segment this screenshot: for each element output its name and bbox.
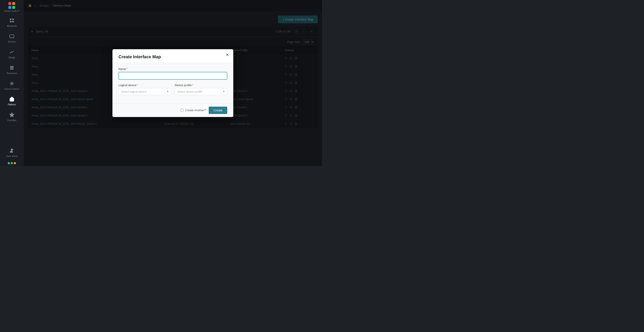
blueprints-icon — [9, 18, 15, 24]
status-dot-2 — [11, 162, 13, 164]
name-input[interactable] — [118, 72, 227, 80]
modal-body: Name* Logical device* Select logical dev… — [112, 63, 233, 104]
create-interface-map-modal: Create Interface Map ✕ Name* Logical dev… — [112, 49, 233, 117]
sidebar-item-blueprints[interactable]: Blueprints — [0, 14, 24, 30]
external-systems-icon — [9, 80, 15, 86]
status-dot-3 — [14, 162, 16, 164]
sidebar-item-resources[interactable]: Resources — [0, 62, 24, 78]
device-profile-required-star: * — [192, 84, 193, 87]
sidebar-item-platform[interactable]: Platform — [0, 93, 24, 109]
svg-marker-11 — [10, 113, 14, 117]
user-icon — [9, 148, 15, 154]
device-fields-row: Logical device* Select logical device ▼ … — [118, 84, 227, 99]
device-profile-select-wrapper: Select device profile ▼ — [174, 88, 227, 95]
svg-rect-9 — [10, 69, 14, 70]
sidebar-item-external-systems[interactable]: External Systems — [0, 78, 24, 93]
create-another-checkbox-wrap: Create Another? — [181, 108, 206, 112]
device-profile-select[interactable]: Select device profile — [174, 88, 227, 95]
create-another-checkbox[interactable] — [181, 109, 184, 112]
svg-rect-3 — [12, 21, 14, 22]
resources-label: Resources — [7, 72, 17, 74]
svg-rect-7 — [10, 66, 14, 67]
svg-rect-0 — [10, 18, 12, 20]
platform-icon — [9, 96, 15, 102]
main-content: ⭐ ⌂ Design › Interface Maps + Create Int… — [24, 0, 322, 166]
blueprints-label: Blueprints — [7, 25, 16, 27]
devices-label: Devices — [8, 40, 16, 43]
svg-point-12 — [11, 149, 13, 150]
modal-create-button[interactable]: Create — [209, 107, 227, 114]
modal-title: Create Interface Map — [118, 54, 227, 59]
modal-close-button[interactable]: ✕ — [223, 51, 231, 59]
status-dot-1 — [8, 162, 10, 164]
favorites-icon — [9, 112, 15, 118]
logical-device-label: Logical device* — [118, 84, 171, 87]
user-item[interactable]: User: admin — [0, 145, 24, 160]
create-another-label: Create Another? — [185, 108, 206, 112]
logical-device-form-group: Logical device* Select logical device ▼ — [118, 84, 171, 95]
modal-footer: Create Another? Create — [112, 104, 233, 117]
status-dots — [8, 160, 16, 166]
resources-icon — [9, 65, 15, 71]
device-profile-form-group: Device profile* Select device profile ▼ — [174, 84, 227, 95]
modal-header: Create Interface Map — [112, 49, 233, 63]
logical-device-select[interactable]: Select logical device — [118, 88, 171, 95]
devices-icon — [9, 33, 15, 39]
sidebar: Juniper Apstra™ Blueprints Devices Desig… — [0, 0, 24, 166]
modal-overlay[interactable]: Create Interface Map ✕ Name* Logical dev… — [24, 0, 322, 166]
external-systems-label: External Systems — [4, 88, 20, 90]
sidebar-item-devices[interactable]: Devices — [0, 30, 24, 46]
favorites-label: Favorites — [7, 119, 16, 122]
design-label: Design — [8, 56, 15, 59]
device-profile-label: Device profile* — [174, 84, 227, 87]
logical-device-select-wrapper: Select logical device ▼ — [118, 88, 171, 95]
name-required-star: * — [126, 67, 128, 70]
brand-name: Juniper Apstra™ — [4, 10, 20, 12]
name-label: Name* — [118, 67, 227, 70]
svg-rect-1 — [12, 18, 14, 20]
sidebar-item-favorites[interactable]: Favorites — [0, 109, 24, 124]
logical-device-required-star: * — [136, 84, 138, 87]
svg-rect-8 — [10, 67, 14, 68]
design-icon — [9, 49, 15, 55]
user-label: User: admin — [6, 155, 18, 157]
logo-icon — [8, 2, 15, 9]
platform-label: Platform — [8, 104, 16, 106]
svg-rect-2 — [10, 21, 12, 22]
svg-rect-4 — [10, 35, 14, 38]
svg-point-10 — [11, 83, 12, 84]
name-form-group: Name* — [118, 67, 227, 80]
sidebar-item-design[interactable]: Design — [0, 46, 24, 62]
